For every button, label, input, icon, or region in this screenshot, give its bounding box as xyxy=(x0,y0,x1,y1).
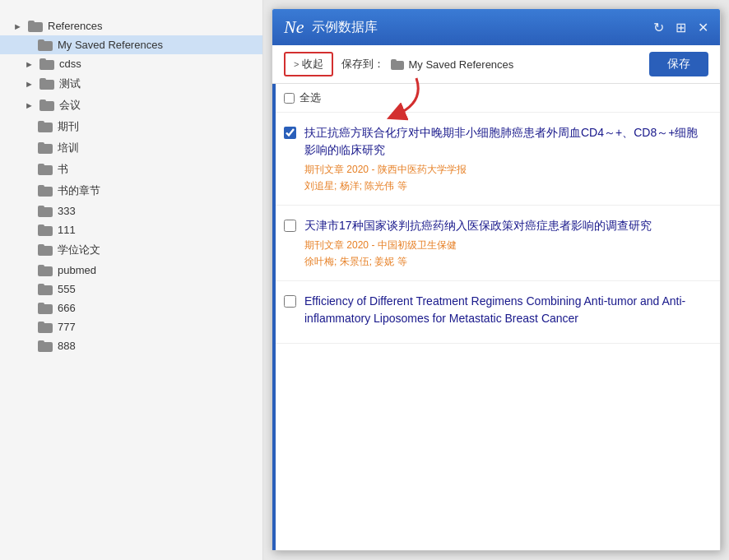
folder-icon xyxy=(38,224,53,236)
chevron-right-icon: ► xyxy=(25,59,36,69)
select-all-checkbox[interactable] xyxy=(284,93,295,104)
sidebar-item-label: 书的章节 xyxy=(58,183,100,198)
sidebar-item-label: pubmed xyxy=(58,264,96,276)
folder-icon xyxy=(39,58,54,70)
sidebar-item-references[interactable]: ► References xyxy=(0,16,262,35)
sidebar-item-ceshi[interactable]: ► 测试 xyxy=(0,73,262,95)
close-icon[interactable]: ✕ xyxy=(698,20,708,35)
folder-icon xyxy=(38,164,53,175)
sidebar-item-peixun[interactable]: 培训 xyxy=(0,137,262,159)
sidebar-item-qikan[interactable]: 期刊 xyxy=(0,116,262,137)
chevron-icon: > xyxy=(294,59,299,69)
collapse-label: 收起 xyxy=(302,57,323,72)
sidebar-item-888[interactable]: 888 xyxy=(0,336,262,355)
sidebar-item-label: References xyxy=(48,20,102,32)
sidebar-item-label: 777 xyxy=(58,321,76,333)
folder-icon xyxy=(38,284,53,295)
select-all-bar: 全选 xyxy=(272,84,720,113)
sidebar-item-my-saved[interactable]: My Saved References xyxy=(0,35,262,54)
reference-item-2: 天津市17种国家谈判抗癌药纳入医保政策对癌症患者影响的调查研究 期刊文章 202… xyxy=(272,206,720,281)
ref-journal-2: 中国初级卫生保健 xyxy=(378,239,457,251)
sidebar-item-label: 测试 xyxy=(59,76,81,91)
collapse-button[interactable]: > 收起 xyxy=(284,52,333,76)
ref-type-2: 期刊文章 xyxy=(304,239,344,251)
ref-checkbox-2[interactable] xyxy=(284,220,296,232)
refresh-icon[interactable]: ↻ xyxy=(653,20,664,35)
ref-year-2: 2020 xyxy=(346,239,369,251)
app-logo: Ne xyxy=(284,16,304,38)
folder-icon xyxy=(38,303,53,314)
sidebar-item-cdss[interactable]: ► cdss xyxy=(0,54,262,73)
ref-authors-1: 刘追星; 杨洋; 陈光伟 等 xyxy=(304,179,708,193)
ref-content-1: 扶正抗癌方联合化疗对中晚期非小细胞肺癌患者外周血CD4～+、CD8～+细胞影响的… xyxy=(304,124,708,193)
save-to-folder[interactable]: My Saved References xyxy=(391,58,513,71)
chevron-right-icon: ► xyxy=(13,21,25,31)
save-bar: > 收起 保存到： My Saved References 保存 xyxy=(272,45,720,84)
sidebar-item-label: cdss xyxy=(59,58,81,70)
sidebar-item-777[interactable]: 777 xyxy=(0,317,262,336)
sidebar-item-label: 111 xyxy=(58,224,76,236)
ref-title-2: 天津市17种国家谈判抗癌药纳入医保政策对癌症患者影响的调查研究 xyxy=(304,217,708,234)
modal-title: 示例数据库 xyxy=(312,19,653,36)
ref-title-3: Efficiency of Different Treatment Regime… xyxy=(304,293,708,327)
folder-icon xyxy=(38,121,53,132)
sidebar-item-555[interactable]: 555 xyxy=(0,280,262,299)
reference-item-1: 扶正抗癌方联合化疗对中晚期非小细胞肺癌患者外周血CD4～+、CD8～+细胞影响的… xyxy=(272,113,720,206)
sidebar-item-shu[interactable]: 书 xyxy=(0,159,262,180)
ref-meta-2: 期刊文章 2020 - 中国初级卫生保健 xyxy=(304,238,708,252)
sidebar-item-label: 期刊 xyxy=(58,119,79,134)
ref-title-1: 扶正抗癌方联合化疗对中晚期非小细胞肺癌患者外周血CD4～+、CD8～+细胞影响的… xyxy=(304,124,708,159)
folder-icon xyxy=(38,185,53,197)
sidebar-item-label: 会议 xyxy=(59,98,81,113)
sidebar-item-label: 666 xyxy=(58,302,76,314)
sidebar-item-333[interactable]: 333 xyxy=(0,201,262,220)
titlebar-icons: ↻ ⊞ ✕ xyxy=(653,20,708,35)
sidebar-item-111[interactable]: 111 xyxy=(0,220,262,239)
folder-icon xyxy=(38,322,53,333)
ref-type-1: 期刊文章 xyxy=(304,164,344,175)
sidebar-item-pubmed[interactable]: pubmed xyxy=(0,261,262,280)
modal-window: Ne 示例数据库 ↻ ⊞ ✕ > 收起 保存到： My Saved Refere… xyxy=(272,8,721,551)
reference-item-3: Efficiency of Different Treatment Regime… xyxy=(272,281,720,344)
folder-icon xyxy=(28,21,43,32)
chevron-right-icon: ► xyxy=(25,100,36,110)
sidebar: ► References My Saved References ► cdss … xyxy=(0,0,263,560)
ref-content-2: 天津市17种国家谈判抗癌药纳入医保政策对癌症患者影响的调查研究 期刊文章 202… xyxy=(304,217,708,269)
folder-icon xyxy=(38,265,53,276)
ref-year-1: 2020 xyxy=(346,164,369,175)
modal-titlebar: Ne 示例数据库 ↻ ⊞ ✕ xyxy=(272,9,720,45)
folder-icon xyxy=(38,340,53,352)
sidebar-item-shuzhangjie[interactable]: 书的章节 xyxy=(0,180,262,201)
save-to-label: 保存到： xyxy=(341,57,384,72)
sidebar-item-label: 333 xyxy=(58,205,76,217)
folder-icon-small xyxy=(391,59,404,70)
ref-dash-2: - xyxy=(371,239,377,251)
sidebar-item-huiyi[interactable]: ► 会议 xyxy=(0,95,262,116)
ref-checkbox-1[interactable] xyxy=(284,127,296,139)
folder-icon xyxy=(38,244,53,256)
sidebar-item-label: 学位论文 xyxy=(58,243,100,257)
grid-icon[interactable]: ⊞ xyxy=(676,20,686,35)
sidebar-item-label: 培训 xyxy=(58,141,79,155)
reference-list: 扶正抗癌方联合化疗对中晚期非小细胞肺癌患者外周血CD4～+、CD8～+细胞影响的… xyxy=(272,113,720,550)
sidebar-item-666[interactable]: 666 xyxy=(0,299,262,317)
save-button[interactable]: 保存 xyxy=(649,52,708,76)
select-all-label[interactable]: 全选 xyxy=(284,90,321,105)
sidebar-item-label: 888 xyxy=(58,340,76,352)
ref-journal-1: 陕西中医药大学学报 xyxy=(378,164,467,175)
ref-meta-1: 期刊文章 2020 - 陕西中医药大学学报 xyxy=(304,163,708,177)
sidebar-item-xuewei[interactable]: 学位论文 xyxy=(0,239,262,261)
ref-checkbox-3[interactable] xyxy=(284,295,296,308)
ref-content-3: Efficiency of Different Treatment Regime… xyxy=(304,293,708,331)
save-to-folder-name: My Saved References xyxy=(408,58,513,71)
folder-icon xyxy=(38,142,53,154)
ref-authors-2: 徐叶梅; 朱景伍; 姜妮 等 xyxy=(304,255,708,269)
select-all-text: 全选 xyxy=(299,90,321,105)
folder-icon xyxy=(39,78,54,90)
folder-icon xyxy=(39,100,54,111)
sidebar-item-label: My Saved References xyxy=(58,39,163,51)
ref-dash-1: - xyxy=(371,164,377,175)
chevron-right-icon: ► xyxy=(25,79,36,89)
folder-icon xyxy=(38,206,53,217)
sidebar-item-label: 555 xyxy=(58,283,76,295)
